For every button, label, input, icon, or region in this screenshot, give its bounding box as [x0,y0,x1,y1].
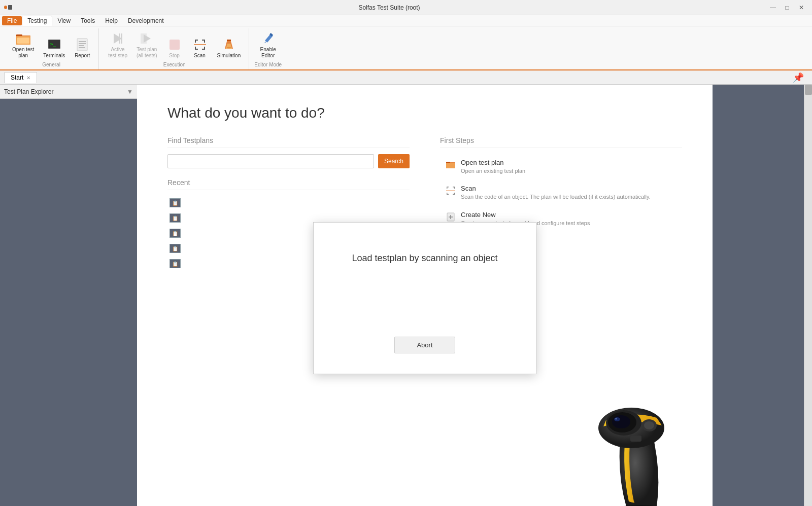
title-bar-left [4,4,12,12]
minimize-button[interactable]: — [766,3,780,13]
dialog-overlay: Load testplan by scanning an object Abor… [137,85,713,506]
report-button[interactable]: Report [70,34,94,61]
svg-rect-28 [227,40,231,41]
ribbon-section-editor: EnableEditor Editor Mode [250,28,286,69]
test-plan-explorer-body [0,99,137,506]
editor-mode-section-label: Editor Mode [254,62,282,67]
tab-start[interactable]: Start ✕ [4,72,37,83]
svg-rect-13 [119,33,120,44]
general-section-label: General [42,62,60,67]
flask-icon [221,37,237,53]
menu-item-testing[interactable]: Testing [22,16,52,26]
play-icon [110,30,126,47]
test-plan-explorer-pin[interactable]: ▼ [127,88,133,95]
app-icon [4,4,12,12]
folder-icon [15,30,31,47]
svg-marker-32 [264,42,266,43]
active-test-step-button[interactable]: Activetest step [104,28,131,61]
title-bar: Solfas Test Suite (root) — □ ✕ [0,0,812,15]
test-plan-explorer-title: Test Plan Explorer [4,88,53,95]
svg-rect-17 [170,40,180,50]
testplan-icon [139,30,155,47]
svg-marker-16 [144,34,151,43]
report-icon [74,37,90,53]
stop-icon [166,37,183,53]
ribbon: Open testplan >_ Terminals [0,26,812,70]
menu-item-tools[interactable]: Tools [76,16,100,25]
svg-rect-7 [77,39,87,51]
tab-start-close[interactable]: ✕ [26,75,30,81]
terminals-button[interactable]: >_ Terminals [39,34,69,61]
menu-item-help[interactable]: Help [100,16,123,25]
restore-button[interactable]: □ [781,3,794,13]
svg-rect-19 [195,40,196,43]
window-controls: — □ ✕ [766,3,808,13]
menu-item-development[interactable]: Development [123,16,169,25]
svg-marker-12 [114,33,122,44]
left-panel: Test Plan Explorer ▼ [0,85,137,506]
scan-icon [192,37,208,53]
right-panel [713,85,804,506]
svg-text:>_: >_ [50,42,56,47]
svg-point-30 [227,47,231,49]
tab-row: Start ✕ 📌 [0,70,812,85]
menu-bar: File Testing View Tools Help Development [0,15,812,26]
svg-rect-26 [194,44,206,45]
menu-item-file[interactable]: File [2,16,22,25]
simulation-button[interactable]: Simulation [213,34,245,61]
test-plan-explorer-header: Test Plan Explorer ▼ [0,85,137,99]
close-button[interactable]: ✕ [795,3,808,13]
abort-button[interactable]: Abort [394,337,455,353]
svg-rect-23 [195,47,196,50]
center-panel: What do you want to do? Find Testplans S… [137,85,713,506]
svg-rect-21 [204,40,205,43]
svg-rect-14 [121,33,122,44]
test-plan-all-button[interactable]: Test plan(all tests) [132,28,161,61]
ribbon-section-execution: Activetest step Test plan(all tests) [100,28,249,69]
stop-button[interactable]: Stop [162,34,187,61]
ribbon-section-general: Open testplan >_ Terminals [4,28,99,69]
pencil-icon [260,30,276,47]
dialog-message: Load testplan by scanning an object [352,253,497,264]
window-title: Solfas Test Suite (root) [12,4,766,11]
open-test-plan-button[interactable]: Open testplan [8,28,38,61]
scan-dialog: Load testplan by scanning an object Abor… [313,222,536,374]
scan-button[interactable]: Scan [188,34,212,61]
terminal-icon: >_ [46,37,62,53]
scrollbar-thumb[interactable] [805,85,812,95]
execution-section-label: Execution [163,62,186,67]
enable-editor-button[interactable]: EnableEditor [256,28,280,61]
tab-pin-icon[interactable]: 📌 [789,72,808,83]
vertical-scrollbar[interactable] [804,85,812,506]
svg-rect-3 [17,38,29,44]
tab-start-label: Start [11,74,23,81]
main-layout: Test Plan Explorer ▼ What do you want to… [0,85,812,506]
svg-rect-25 [204,47,205,50]
menu-item-view[interactable]: View [52,16,76,25]
